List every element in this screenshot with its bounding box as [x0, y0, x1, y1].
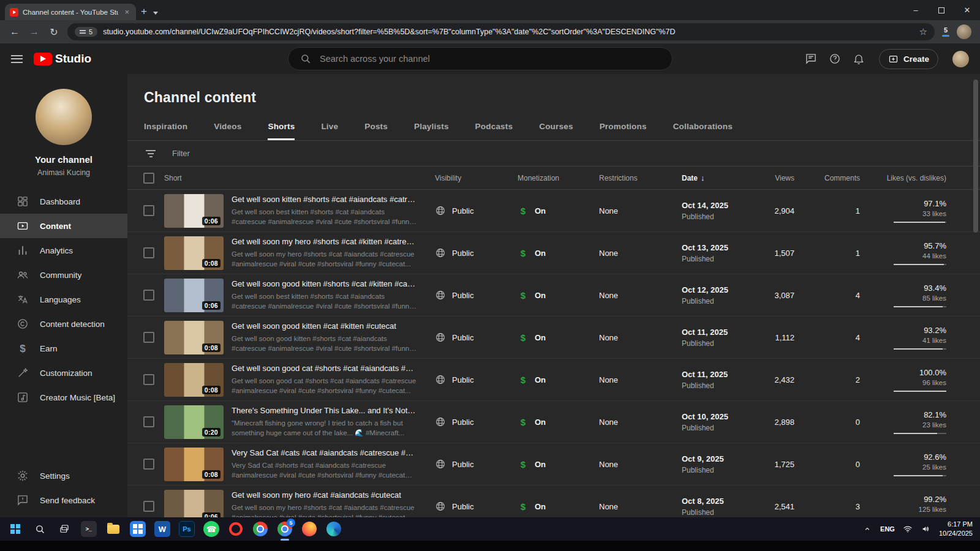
short-thumbnail[interactable]: 0:08	[164, 236, 224, 270]
close-button[interactable]: ✕	[954, 0, 980, 20]
extension-icon[interactable]: 5	[942, 27, 949, 37]
short-thumbnail[interactable]: 0:08	[164, 448, 224, 481]
create-button[interactable]: Create	[879, 49, 938, 69]
row-checkbox[interactable]	[143, 332, 154, 343]
row-checkbox[interactable]	[143, 290, 154, 301]
tab-close-icon[interactable]: ×	[123, 7, 131, 17]
short-thumbnail[interactable]: 0:08	[164, 363, 224, 397]
taskbar-search-icon[interactable]	[32, 521, 48, 537]
photoshop-icon[interactable]: Ps	[179, 521, 195, 537]
select-all-checkbox[interactable]	[143, 173, 154, 184]
video-title[interactable]: Get well soon my hero #cat #aiandcats #c…	[232, 490, 417, 500]
tab-search-chevron-icon[interactable]	[153, 12, 158, 15]
terminal-icon[interactable]: >_	[81, 521, 97, 537]
language-indicator[interactable]: ENG	[880, 525, 895, 533]
tab-posts[interactable]: Posts	[364, 122, 388, 140]
col-monetization[interactable]: Monetization	[518, 174, 599, 182]
video-title[interactable]: Very Sad Cat #cats #cat #aiandcats #catr…	[232, 448, 417, 457]
table-row[interactable]: 0:06 Get well soon my hero #cat #aiandca…	[127, 485, 980, 517]
short-thumbnail[interactable]: 0:06	[164, 194, 224, 228]
sidebar-item-settings[interactable]: Settings	[0, 463, 127, 488]
bookmark-star-icon[interactable]: ☆	[919, 26, 927, 37]
visibility-cell[interactable]: Public	[435, 501, 518, 512]
sidebar-item-send-feedback[interactable]: Send feedback	[0, 488, 127, 512]
sidebar-item-content-detection[interactable]: Content detection	[0, 312, 127, 336]
tab-videos[interactable]: Videos	[214, 122, 241, 140]
col-views[interactable]: Views	[739, 174, 794, 182]
firefox-icon[interactable]	[301, 521, 317, 537]
visibility-cell[interactable]: Public	[435, 416, 518, 427]
col-restrictions[interactable]: Restrictions	[599, 174, 682, 182]
video-title[interactable]: There's Something Under This Lake... and…	[232, 406, 417, 415]
visibility-cell[interactable]: Public	[435, 205, 518, 216]
tab-collaborations[interactable]: Collaborations	[673, 122, 733, 140]
tab-promotions[interactable]: Promotions	[600, 122, 647, 140]
video-title[interactable]: Get well soon good cat #shorts #cat #aia…	[232, 364, 417, 373]
channel-search[interactable]	[288, 47, 673, 70]
table-row[interactable]: 0:08 Very Sad Cat #cats #cat #aiandcats …	[127, 443, 980, 485]
table-row[interactable]: 0:08 Get well soon good kitten #cat #kit…	[127, 317, 980, 359]
browser-profile-avatar[interactable]	[957, 24, 971, 39]
tab-podcasts[interactable]: Podcasts	[475, 122, 513, 140]
visibility-cell[interactable]: Public	[435, 247, 518, 258]
short-thumbnail[interactable]: 0:20	[164, 405, 224, 439]
video-title[interactable]: Get well soon my hero #shorts #cat #kitt…	[232, 237, 417, 246]
file-explorer-icon[interactable]	[105, 521, 121, 537]
channel-avatar[interactable]	[36, 89, 92, 145]
video-title[interactable]: Get well soon good kitten #shorts #cat #…	[232, 279, 417, 288]
tab-shorts[interactable]: Shorts	[268, 122, 295, 140]
taskbar-clock[interactable]: 6:17 PM 10/24/2025	[939, 520, 973, 538]
account-avatar[interactable]	[952, 51, 969, 67]
table-row[interactable]: 0:06 Get well soon kitten #shorts #cat #…	[127, 190, 980, 232]
filter-bar[interactable]: Filter	[127, 141, 980, 167]
opera-browser-icon[interactable]	[228, 521, 244, 537]
row-checkbox[interactable]	[143, 416, 154, 427]
tab-courses[interactable]: Courses	[539, 122, 573, 140]
minimize-button[interactable]: –	[903, 0, 929, 20]
table-row[interactable]: 0:08 Get well soon good cat #shorts #cat…	[127, 359, 980, 401]
whatsapp-icon[interactable]: ☎	[203, 521, 219, 537]
row-checkbox[interactable]	[143, 374, 154, 385]
studio-logo[interactable]: Studio	[34, 52, 91, 66]
chrome-active-icon[interactable]: 5	[277, 521, 293, 537]
sidebar-item-dashboard[interactable]: Dashboard	[0, 189, 127, 214]
sidebar-item-community[interactable]: Community	[0, 263, 127, 287]
sidebar-item-customization[interactable]: Customization	[0, 361, 127, 385]
sidebar-item-creator-music[interactable]: Creator Music [Beta]	[0, 385, 127, 410]
address-bar[interactable]: 5 studio.youtube.com/channel/UCIwZ9aUFOq…	[67, 23, 935, 40]
reload-button[interactable]: ↻	[45, 23, 62, 40]
sidebar-item-languages[interactable]: Languages	[0, 287, 127, 312]
word-icon[interactable]: W	[154, 521, 170, 537]
search-input[interactable]	[320, 54, 662, 64]
menu-hamburger-icon[interactable]	[11, 55, 23, 63]
col-visibility[interactable]: Visibility	[435, 174, 518, 182]
col-likes[interactable]: Likes (vs. dislikes)	[860, 174, 946, 182]
col-date-sort[interactable]: Date ↓	[682, 173, 739, 182]
start-button[interactable]	[7, 521, 23, 537]
back-button[interactable]: ←	[6, 23, 23, 40]
feedback-comment-icon[interactable]	[804, 51, 818, 66]
sidebar-item-content[interactable]: Content	[0, 214, 127, 238]
visibility-cell[interactable]: Public	[435, 374, 518, 385]
new-tab-button[interactable]: +	[141, 6, 147, 18]
sidebar-item-analytics[interactable]: Analytics	[0, 238, 127, 263]
forward-button[interactable]: →	[26, 23, 43, 40]
tray-chevron-up-icon[interactable]	[862, 523, 873, 534]
help-icon[interactable]	[827, 51, 842, 66]
short-thumbnail[interactable]: 0:06	[164, 490, 224, 518]
notifications-bell-icon[interactable]	[851, 51, 866, 66]
row-checkbox[interactable]	[143, 501, 154, 512]
tab-live[interactable]: Live	[321, 122, 338, 140]
row-checkbox[interactable]	[143, 247, 154, 258]
video-title[interactable]: Get well soon good kitten #cat #kitten #…	[232, 321, 417, 331]
filter-label[interactable]: Filter	[172, 149, 190, 158]
tab-playlists[interactable]: Playlists	[414, 122, 449, 140]
page-scrollbar[interactable]	[973, 80, 978, 233]
table-row[interactable]: 0:06 Get well soon good kitten #shorts #…	[127, 274, 980, 317]
edge-icon[interactable]	[326, 521, 342, 537]
table-row[interactable]: 0:08 Get well soon my hero #shorts #cat …	[127, 232, 980, 274]
chrome-icon[interactable]	[252, 521, 268, 537]
col-comments[interactable]: Comments	[794, 174, 860, 182]
browser-tab[interactable]: Channel content - YouTube Stu ×	[5, 4, 136, 20]
table-row[interactable]: 0:20 There's Something Under This Lake..…	[127, 401, 980, 443]
